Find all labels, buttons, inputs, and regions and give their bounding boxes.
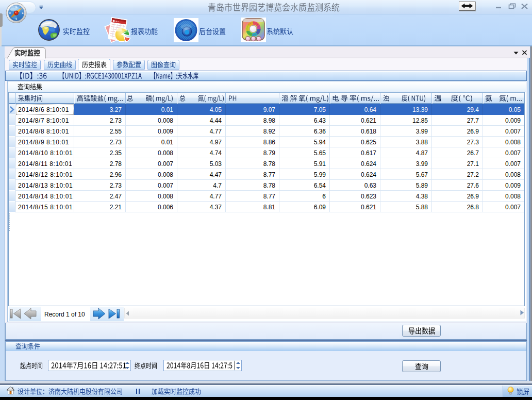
svg-text:E: E xyxy=(22,12,23,14)
svg-text:S: S xyxy=(15,18,17,21)
svg-text:W: W xyxy=(9,12,11,14)
